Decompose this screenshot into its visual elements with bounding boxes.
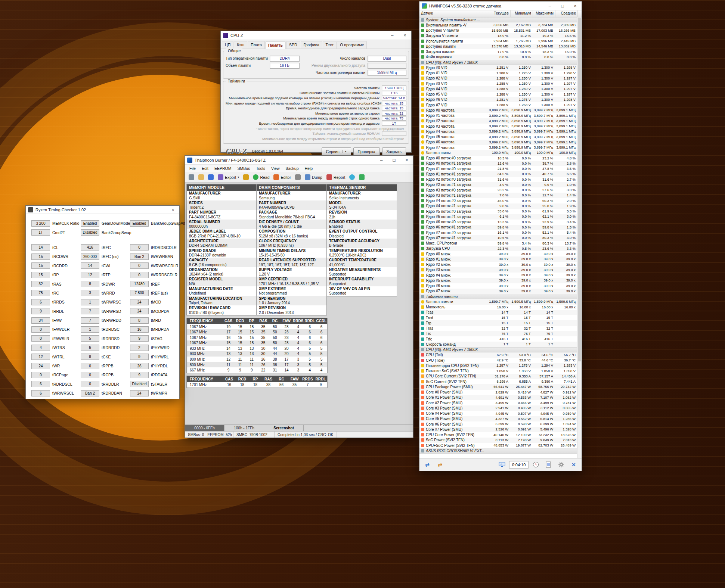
toolbar-dump-button[interactable]: Dump <box>303 174 324 181</box>
sensor-row[interactable]: CPU Core Current (SVI2 TFN)31.176 A9.353… <box>419 374 577 379</box>
sensor-row[interactable]: Ядро #5 множ.39.0 x39.0 x39.0 x39.0 x <box>419 278 577 283</box>
menu-item-eeprom[interactable]: EEPROM <box>211 165 235 171</box>
sensor-row[interactable]: Виртуальная память -V3,656 MB2,162 MB3,7… <box>419 22 577 28</box>
toolbar-refresh-button[interactable] <box>357 174 366 181</box>
sensor-row[interactable]: Ядро #6 множ.39.0 x39.0 x39.0 x39.0 x <box>419 283 577 289</box>
toolbar-open-button[interactable] <box>197 174 205 181</box>
toolbar-report-button[interactable]: Report <box>325 174 347 181</box>
menu-item-file[interactable]: File <box>186 165 199 171</box>
sensor-group-row[interactable]: CPU [#0]: AMD Ryzen 7 1800X <box>419 347 577 352</box>
sensor-row[interactable]: Ядро #6 VID1.281 V1.275 V1.300 V1.298 V <box>419 97 577 102</box>
sensor-row[interactable]: Загрузка CPU22.3 %0.5 %23.6 %3.3 % <box>419 246 577 251</box>
logging-stop-button[interactable]: ⇄ <box>434 460 446 470</box>
sensor-row[interactable]: Core #3 Power (SMU)2.941 W0.485 W3.112 W… <box>419 405 577 411</box>
sensor-row[interactable]: Ядро #5 VID1.288 V1.250 V1.300 V1.297 V <box>419 92 577 97</box>
menu-item-help[interactable]: Help <box>302 165 316 171</box>
sensor-row[interactable]: Core #7 Power (SMU)2.526 W0.691 W5.496 W… <box>419 427 577 432</box>
cpuz-close-button[interactable]: × <box>399 31 411 40</box>
sensor-row[interactable]: Ядро #6 частота3,899.2 МГц3,898.9 МГц3,8… <box>419 140 577 145</box>
rtc-minimize-button[interactable]: – <box>154 205 167 214</box>
sensor-row[interactable]: Trc75 T75 T75 T <box>419 331 577 336</box>
sensor-row[interactable]: Скорость команд1 T1 T1 T <box>419 342 577 347</box>
sensor-row[interactable]: SoC Current (SVI2 TFN)8.298 A6.855 A9.38… <box>419 379 577 384</box>
clock-button[interactable] <box>530 460 541 470</box>
sensor-row[interactable]: Загрузка памяти17.9 %10.8 %18.3 %15.0 % <box>419 49 577 55</box>
cpuz-button-0[interactable]: Сервис▾ <box>322 147 351 155</box>
sensor-row[interactable]: Питание ядра CPU (SVI2 TFN)1.287 V1.275 … <box>419 363 577 368</box>
cpuz-tab-7[interactable]: О программе <box>337 41 367 49</box>
cpuz-tab-1[interactable]: Кэш <box>234 41 247 49</box>
cpuz-tab-0[interactable]: ЦП <box>222 41 233 49</box>
sensor-row[interactable]: Ядро #3 поток #0 загрузка23.2 %0.0 %27.6… <box>419 187 577 193</box>
hwinfo-header-3[interactable]: Максимум <box>533 10 555 17</box>
rtc-titlebar[interactable]: Ryzen Timing Checker 1.02 – × <box>26 206 179 214</box>
sensor-row[interactable]: Ядро #4 поток #1 загрузка9.8 %0.0 %25.8 … <box>419 203 577 209</box>
sensor-row[interactable]: Используется памяти2,934 MB1,765 MB2,996… <box>419 38 577 44</box>
sensor-row[interactable]: Trfc416 T416 T416 T <box>419 336 577 342</box>
sensor-row[interactable]: Ядро #7 частота3,899.2 МГц3,898.9 МГц3,8… <box>419 145 577 150</box>
cpuz-tab-2[interactable]: Плата <box>248 41 265 49</box>
hwinfo-header-4[interactable]: Среднее <box>555 10 578 17</box>
hwinfo-header-1[interactable]: Текущее <box>488 10 511 17</box>
sensor-row[interactable]: Ядро #3 частота3,899.2 МГц3,898.9 МГц3,8… <box>419 124 577 129</box>
bottom-tab-0[interactable]: 0000 - 0FFh <box>185 425 224 431</box>
sensor-row[interactable]: Ядро #4 множ.39.0 x39.0 x39.0 x39.0 x <box>419 273 577 278</box>
sensor-row[interactable]: Доступно памяти13,378 MB13,316 MB14,546 … <box>419 44 577 49</box>
menu-item-backup[interactable]: Backup <box>282 165 301 171</box>
sensor-row[interactable]: Множитель16.00 x16.00 x16.00 x16.00 x <box>419 305 577 310</box>
cpuz-tab-6[interactable]: Тест <box>323 41 337 49</box>
sensor-row[interactable]: Макс. CPU/потоки59.8 %3.4 %80.3 %13.7 % <box>419 241 577 246</box>
sensor-row[interactable]: CPU (Tctl)62.9 °C53.8 °C64.6 °C56.7 °C <box>419 352 577 358</box>
sensor-row[interactable]: Ядро #7 поток #1 загрузка10.5 %0.0 %80.3… <box>419 235 577 240</box>
sensor-row[interactable]: SoC Power (SVI2 TFN)8.713 W7.198 W9.849 … <box>419 438 577 443</box>
sensor-row[interactable]: Core #0 Power (SMU)2.829 W0.418 W4.827 W… <box>419 390 577 395</box>
sensor-row[interactable]: Частота памяти1,599.7 МГц1,599.5 МГц1,59… <box>419 299 577 304</box>
menu-item-edit[interactable]: Edit <box>199 165 211 171</box>
toolbar-export-button[interactable]: Export▾ <box>216 174 241 181</box>
sensor-row[interactable]: Частота шины100.0 МГц100.0 МГц100.0 МГц1… <box>419 150 577 155</box>
sensor-row[interactable]: Trcd15 T15 T15 T <box>419 315 577 320</box>
sensor-row[interactable]: Ядро #6 поток #0 загрузка13.3 %0.0 %23.9… <box>419 220 577 225</box>
menu-item-smbus[interactable]: SMBus <box>235 165 253 171</box>
sensor-row[interactable]: Ядро #0 поток #0 загрузка18.3 %0.0 %23.2… <box>419 156 577 161</box>
sensor-row[interactable]: Ядро #2 поток #1 загрузка4.9 %0.0 %9.9 %… <box>419 182 577 187</box>
bottom-tab-1[interactable]: 100h - 1FFh <box>224 425 264 431</box>
sensor-row[interactable]: Доступно V-памяти15,599 MB15,531 MB17,09… <box>419 28 577 33</box>
sensor-group-row[interactable]: Тайминги памяти <box>419 294 577 299</box>
sensor-group-row[interactable]: CPU [#0]: AMD Ryzen 7 1800X <box>419 60 577 65</box>
sensor-row[interactable]: Ядро #0 частота3,899.2 МГц3,898.9 МГц3,8… <box>419 108 577 113</box>
sensor-group-row[interactable]: System: System manufacturer ... <box>419 17 577 22</box>
sensor-row[interactable]: Ядро #2 поток #0 загрузка31.6 %0.0 %31.6… <box>419 177 577 182</box>
sensor-row[interactable]: Ядро #4 VID1.288 V1.250 V1.300 V1.297 V <box>419 86 577 91</box>
hwinfo-scrollbar[interactable] <box>577 17 582 458</box>
hwinfo-minimize-button[interactable]: – <box>543 1 556 10</box>
sensor-row[interactable]: Ядро #1 VID1.288 V1.275 V1.300 V1.298 V <box>419 71 577 76</box>
menu-item-view[interactable]: View <box>268 165 283 171</box>
thaiphoon-maximize-button[interactable]: □ <box>388 156 400 164</box>
sensor-row[interactable]: Ядро #2 частота3,899.2 МГц3,898.9 МГц3,8… <box>419 118 577 124</box>
sensor-row[interactable]: Ядро #0 поток #1 загрузка12.6 %0.0 %38.7… <box>419 161 577 166</box>
sensor-row[interactable]: CPU+SoC Power (SVI2 TFN)48.853 W19.677 W… <box>419 443 577 448</box>
sensor-row[interactable]: Core #2 Power (SMU)3.499 W0.456 W3.499 W… <box>419 400 577 405</box>
sensor-row[interactable]: Core #6 Power (SMU)6.399 W0.598 W6.399 W… <box>419 421 577 427</box>
sensor-row[interactable]: Ядро #5 частота3,899.2 МГц3,898.9 МГц3,8… <box>419 134 577 140</box>
reset-values-button[interactable] <box>496 460 508 470</box>
sensor-row[interactable]: Ядро #5 поток #0 загрузка33.0 %0.0 %61.9… <box>419 209 577 214</box>
toolbar-lock-button[interactable] <box>242 174 250 181</box>
sensor-row[interactable]: Core #5 Power (SMU)4.327 W0.552 W6.814 W… <box>419 416 577 421</box>
hwinfo-close-button[interactable]: × <box>569 1 582 10</box>
sensor-row[interactable]: Ядро #7 поток #0 загрузка16.1 %0.0 %52.1… <box>419 230 577 235</box>
cpuz-button-1[interactable]: Проверка <box>353 147 380 155</box>
hwinfo-maximize-button[interactable]: □ <box>556 1 569 10</box>
sensor-row[interactable]: Ядро #3 поток #1 загрузка7.0 %0.0 %12.7 … <box>419 193 577 198</box>
toolbar-wrench-button[interactable] <box>294 174 302 181</box>
cpuz-tab-4[interactable]: SPD <box>286 41 300 49</box>
toolbar-chip-button[interactable] <box>187 174 196 181</box>
scrollbar-thumb[interactable] <box>578 18 581 361</box>
sensor-row[interactable]: Ядро #0 множ.39.0 x39.0 x39.0 x39.0 x <box>419 251 577 256</box>
sensor-row[interactable]: Ядро #7 множ.39.0 x39.0 x39.0 x39.0 x <box>419 289 577 294</box>
sensor-row[interactable]: Файл подкачки0.0 %0.0 %0.0 %0.0 % <box>419 55 577 60</box>
sensor-row[interactable]: Ядро #1 поток #0 загрузка21.8 %0.0 %47.8… <box>419 166 577 171</box>
sensor-group-row[interactable]: ASUS ROG CROSSHAIR VI EXT... <box>419 448 577 453</box>
sensor-row[interactable]: Core #4 Power (SMU)4.945 W0.507 W4.945 W… <box>419 411 577 416</box>
